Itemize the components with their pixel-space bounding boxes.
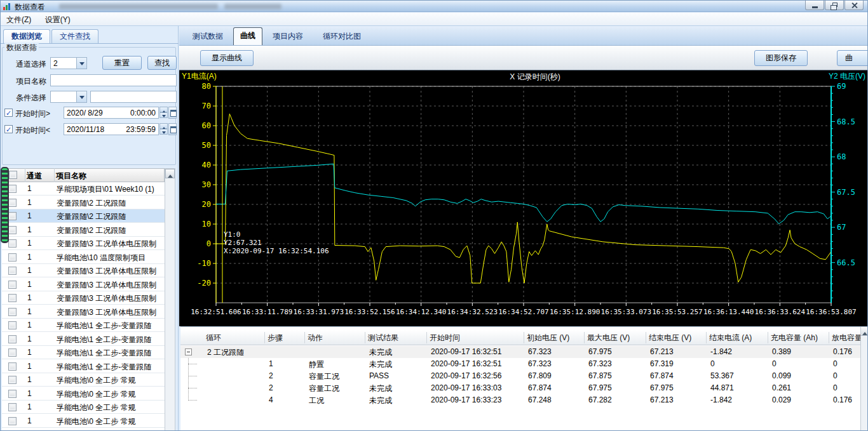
results-column-header[interactable]: 初始电压 (V)	[527, 333, 569, 343]
menu-settings[interactable]: 设置(Y)	[39, 13, 76, 27]
list-item[interactable]: 1变量跟随\3 工况单体电压限制	[2, 264, 165, 277]
tab-data-browse[interactable]: 数据浏览	[3, 29, 50, 44]
list-item[interactable]: 1孚能现场项目\01 Week10 (1)	[2, 182, 165, 196]
tab-cycle-compare[interactable]: 循环对比图	[313, 29, 370, 44]
results-column-header[interactable]: 充电容量 (Ah)	[771, 333, 818, 343]
results-column-header[interactable]: 结束电流 (A)	[709, 333, 752, 343]
clipped-curve-button[interactable]: 曲	[837, 50, 868, 66]
scroll-up-icon[interactable]	[861, 327, 868, 336]
tab-curve[interactable]: 曲线	[233, 27, 262, 45]
table-row[interactable]: 4工况未完成2020-09-17 16:33:2367.24867.28267.…	[180, 394, 868, 406]
row-checkbox[interactable]	[8, 281, 17, 289]
row-checkbox[interactable]	[8, 185, 17, 193]
row-checkbox[interactable]	[8, 417, 17, 425]
list-item[interactable]: 1变量跟随\2 工况跟随	[2, 209, 165, 223]
row-checkbox[interactable]	[8, 226, 17, 234]
list-item[interactable]: 1变量跟随\3 工况单体电压限制	[2, 237, 165, 250]
start-before-label: 开始时间<	[15, 125, 50, 136]
table-row[interactable]: 2容量工况PASS2020-09-17 16:32:5667.80967.875…	[180, 370, 868, 382]
results-column-header[interactable]: 开始时间	[430, 333, 460, 343]
list-item[interactable]: 1孚能电池\0 全工步 常规	[2, 401, 165, 414]
channel-cell: 1	[27, 198, 32, 207]
row-checkbox[interactable]	[8, 403, 17, 411]
start-after-label: 开始时间>	[15, 109, 50, 119]
table-row[interactable]: 2容量工况未完成2020-09-17 16:33:0367.87467.9756…	[180, 382, 868, 394]
start-before-spinner[interactable]	[159, 123, 168, 135]
curve-chart[interactable]: 80706050403020100-10-206968.56867.56766.…	[179, 70, 868, 326]
list-scroll-grip[interactable]	[1, 167, 9, 243]
chevron-down-icon[interactable]	[76, 91, 86, 102]
spin-down-icon[interactable]	[159, 129, 168, 135]
row-checkbox[interactable]	[8, 253, 17, 262]
list-item[interactable]: 1孚能电池\0 全工步 常规	[2, 414, 165, 428]
calendar-icon[interactable]	[168, 107, 177, 119]
list-item[interactable]: 1孚能电池\1 全工步-变量跟随	[2, 346, 165, 359]
results-column-header[interactable]: 动作	[308, 333, 323, 343]
find-button[interactable]: 查找	[147, 56, 177, 70]
start-after-datetime[interactable]: 2020/ 8/29 0:00:00	[64, 107, 159, 119]
row-checkbox[interactable]	[8, 308, 17, 316]
list-item[interactable]: 1孚能电池\0 全工步 常规	[2, 428, 165, 431]
minimize-button[interactable]	[805, 1, 824, 10]
spin-up-icon[interactable]	[159, 107, 168, 112]
row-checkbox[interactable]	[8, 335, 17, 343]
row-checkbox[interactable]	[8, 390, 17, 398]
spin-up-icon[interactable]	[159, 123, 168, 129]
start-after-spinner[interactable]	[159, 107, 168, 119]
restore-button[interactable]	[825, 1, 844, 10]
condition-input[interactable]	[90, 91, 177, 103]
spin-down-icon[interactable]	[159, 112, 168, 118]
tab-project-content[interactable]: 项目内容	[264, 29, 312, 44]
row-checkbox[interactable]	[8, 321, 17, 329]
start-before-datetime[interactable]: 2020/11/18 23:59:59	[64, 123, 159, 135]
scroll-up-icon[interactable]	[165, 169, 175, 178]
project-list-vscrollbar[interactable]	[165, 168, 175, 431]
list-item[interactable]: 1孚能电池\1 全工步-变量跟随	[2, 360, 165, 373]
list-item[interactable]: 1变量跟随\3 工况单体电压限制	[2, 305, 165, 319]
condition-select[interactable]	[50, 91, 87, 103]
results-cell-vend: 67.874	[650, 371, 674, 380]
row-checkbox[interactable]	[8, 376, 17, 384]
table-row[interactable]: 2 工况跟随未完成2020-09-17 16:32:5167.32367.975…	[180, 346, 868, 358]
tab-file-search[interactable]: 文件查找	[51, 29, 98, 44]
list-item[interactable]: 1变量跟随\2 工况跟随	[2, 223, 165, 237]
list-item[interactable]: 1孚能电池\1 全工步-变量跟随	[2, 333, 165, 346]
list-item[interactable]: 1孚能电池\10 温度限制项目	[2, 251, 165, 264]
row-checkbox[interactable]	[8, 362, 17, 371]
list-item[interactable]: 1变量跟随\3 工况单体电压限制	[2, 278, 165, 291]
chart-text: -20	[197, 279, 211, 288]
list-item[interactable]: 1孚能电池\1 全工步-变量跟随	[2, 319, 165, 332]
channel-select[interactable]: 2	[50, 57, 87, 69]
results-column-header[interactable]: 循环	[206, 333, 221, 343]
row-checkbox[interactable]	[8, 239, 17, 248]
channel-cell: 1	[27, 225, 32, 234]
row-checkbox[interactable]	[8, 199, 17, 207]
table-row[interactable]: 1静置未完成2020-09-17 16:32:5167.32367.32367.…	[180, 358, 868, 370]
reset-button[interactable]: 重置	[102, 56, 142, 70]
calendar-icon[interactable]	[168, 123, 177, 135]
results-column-header[interactable]: 步骤	[268, 333, 283, 343]
start-after-checkbox[interactable]: ✓	[4, 109, 13, 117]
results-column-header[interactable]: 测试结果	[368, 333, 398, 343]
list-item[interactable]: 1孚能电池\0 全工步 常规	[2, 373, 165, 387]
row-checkbox[interactable]	[8, 267, 17, 275]
results-column-header[interactable]: 最大电压 (V)	[587, 333, 630, 343]
row-checkbox[interactable]	[8, 348, 17, 357]
list-item[interactable]: 1变量跟随\2 工况跟随	[2, 196, 165, 209]
tab-test-data[interactable]: 测试数据	[184, 29, 232, 44]
project-name-input[interactable]	[50, 74, 177, 86]
close-button[interactable]	[844, 1, 864, 10]
chevron-down-icon[interactable]	[76, 58, 86, 69]
select-all-checkbox[interactable]	[9, 171, 17, 179]
start-before-checkbox[interactable]: ✓	[4, 125, 13, 133]
show-curve-button[interactable]: 显示曲线	[200, 50, 254, 66]
results-column-header[interactable]: 结束电压 (V)	[649, 333, 691, 343]
save-image-button[interactable]: 图形保存	[754, 50, 808, 66]
collapse-icon[interactable]	[185, 348, 192, 355]
list-item[interactable]: 1变量跟随\3 工况单体电压限制	[2, 291, 165, 305]
list-item[interactable]: 1孚能电池\0 全工步 常规	[2, 387, 165, 401]
row-checkbox[interactable]	[8, 212, 17, 220]
row-checkbox[interactable]	[8, 294, 17, 302]
results-vscrollbar[interactable]	[860, 327, 868, 431]
menu-file[interactable]: 文件(Z)	[1, 13, 37, 27]
